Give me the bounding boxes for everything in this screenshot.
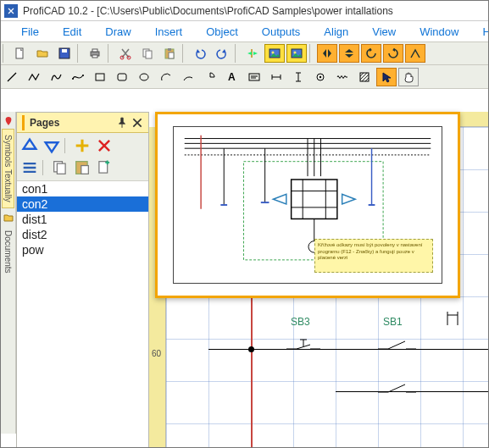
menu-view[interactable]: View <box>360 24 408 40</box>
pages-panel-header: Pages <box>17 113 148 133</box>
pin-icon[interactable] <box>116 117 128 129</box>
svg-rect-39 <box>57 163 65 174</box>
menu-align[interactable]: Align <box>312 24 360 40</box>
copy-button[interactable] <box>137 44 158 63</box>
preview-note: Křížové odkazy musí být povoleny v nasta… <box>314 239 433 273</box>
svg-rect-23 <box>118 74 126 80</box>
preview-frame: Křížové odkazy musí být povoleny v nasta… <box>173 126 442 284</box>
pages-panel: Pages con1 con2 dist1 dist2 pow <box>16 112 149 448</box>
svg-rect-3 <box>62 49 67 53</box>
svg-rect-13 <box>169 53 174 58</box>
pages-panel-title: Pages <box>30 117 113 129</box>
switch-symbol[interactable] <box>378 378 416 403</box>
flip-horizontal-button[interactable] <box>317 44 337 63</box>
svg-line-50 <box>388 341 405 349</box>
print-button[interactable] <box>85 44 105 63</box>
side-tab-strip: Symbols Textually Documents <box>1 112 16 434</box>
svg-rect-12 <box>168 48 171 51</box>
page-new-button[interactable] <box>95 158 114 177</box>
polyline-tool[interactable] <box>24 68 44 86</box>
page-paste-button[interactable] <box>73 158 92 177</box>
svg-rect-41 <box>81 166 89 174</box>
svg-point-24 <box>140 74 148 80</box>
svg-rect-10 <box>146 51 152 58</box>
pointer-tool[interactable] <box>376 68 397 86</box>
svg-rect-37 <box>360 73 369 81</box>
cut-button[interactable] <box>115 44 136 63</box>
documents-tab[interactable]: Documents <box>3 225 14 279</box>
svg-point-20 <box>72 78 74 80</box>
wizard-button[interactable] <box>242 44 263 63</box>
arc-2-tool[interactable] <box>178 68 198 86</box>
dimension-v-tool[interactable] <box>288 68 308 86</box>
rect-tool[interactable] <box>90 68 110 86</box>
switch-symbol[interactable] <box>378 335 416 360</box>
symbol[interactable] <box>442 310 468 327</box>
textbox-tool[interactable] <box>244 68 264 86</box>
coil-tool[interactable] <box>332 68 353 86</box>
arc-tool[interactable] <box>156 68 176 86</box>
page-item[interactable]: dist1 <box>17 212 148 227</box>
symbols-textually-tab[interactable]: Symbols Textually <box>2 129 14 208</box>
menu-edit[interactable]: Edit <box>51 24 93 40</box>
ellipse-tool[interactable] <box>134 68 154 86</box>
favorites-tab-icon[interactable] <box>3 115 14 127</box>
page-item[interactable]: dist2 <box>17 227 148 242</box>
flip-vertical-button[interactable] <box>339 44 359 63</box>
title-bar: ProfiCAD 10.2 - [C:\Users\Public\Documen… <box>1 1 488 21</box>
svg-line-19 <box>8 73 16 81</box>
menu-file[interactable]: File <box>9 24 51 40</box>
save-button[interactable] <box>54 44 75 63</box>
menu-object[interactable]: Object <box>194 24 250 40</box>
svg-rect-5 <box>92 49 97 52</box>
pie-tool[interactable] <box>200 68 220 86</box>
insert-image-button[interactable] <box>264 44 285 63</box>
menu-window[interactable]: Window <box>408 24 470 40</box>
dimension-h-tool[interactable] <box>266 68 286 86</box>
menu-help[interactable]: He <box>470 24 489 40</box>
page-up-button[interactable] <box>20 136 39 155</box>
page-down-button[interactable] <box>42 136 61 155</box>
rotate-left-button[interactable] <box>361 44 381 63</box>
close-icon[interactable] <box>131 117 143 129</box>
round-rect-tool[interactable] <box>112 68 132 86</box>
rotate-right-button[interactable] <box>383 44 403 63</box>
line-tool[interactable] <box>2 68 22 86</box>
spline-tool[interactable] <box>68 68 88 86</box>
component-label: SB1 <box>383 316 403 328</box>
junction-node[interactable] <box>248 346 254 352</box>
page-delete-button[interactable] <box>95 136 114 155</box>
curve-tool[interactable] <box>46 68 66 86</box>
pushbutton-symbol[interactable] <box>286 335 320 360</box>
page-item[interactable]: con1 <box>17 181 148 196</box>
snap-tool[interactable] <box>310 68 331 86</box>
menu-bar: File Edit Draw Insert Object Outputs Ali… <box>1 21 488 41</box>
open-button[interactable] <box>32 44 53 63</box>
page-item[interactable]: con2 <box>17 196 148 212</box>
new-button[interactable] <box>10 44 31 63</box>
page-list: con1 con2 dist1 dist2 pow <box>17 181 148 257</box>
insert-image-2-button[interactable] <box>286 44 307 63</box>
page-item[interactable]: pow <box>17 242 148 257</box>
undo-button[interactable] <box>190 44 210 63</box>
text-tool[interactable]: A <box>222 68 242 86</box>
menu-draw[interactable]: Draw <box>93 24 142 40</box>
svg-point-21 <box>82 75 84 76</box>
draw-toolbar: A <box>1 65 488 89</box>
hand-tool[interactable] <box>398 68 419 86</box>
svg-rect-22 <box>96 74 104 80</box>
page-preview-thumbnail: Křížové odkazy musí být povoleny v nasta… <box>155 112 460 298</box>
redo-button[interactable] <box>212 44 232 63</box>
paste-button[interactable] <box>159 44 180 63</box>
menu-insert[interactable]: Insert <box>143 24 195 40</box>
window-title: ProfiCAD 10.2 - [C:\Users\Public\Documen… <box>23 5 393 17</box>
page-copy-button[interactable] <box>51 158 69 177</box>
page-list-button[interactable] <box>20 158 39 177</box>
menu-outputs[interactable]: Outputs <box>250 24 313 40</box>
page-add-button[interactable] <box>73 136 92 155</box>
main-toolbar <box>1 41 488 65</box>
documents-tab-icon[interactable] <box>3 212 14 224</box>
hatch-tool[interactable] <box>354 68 375 86</box>
ruler-tick: 60 <box>152 349 161 358</box>
rotate-more-button[interactable] <box>405 44 425 63</box>
